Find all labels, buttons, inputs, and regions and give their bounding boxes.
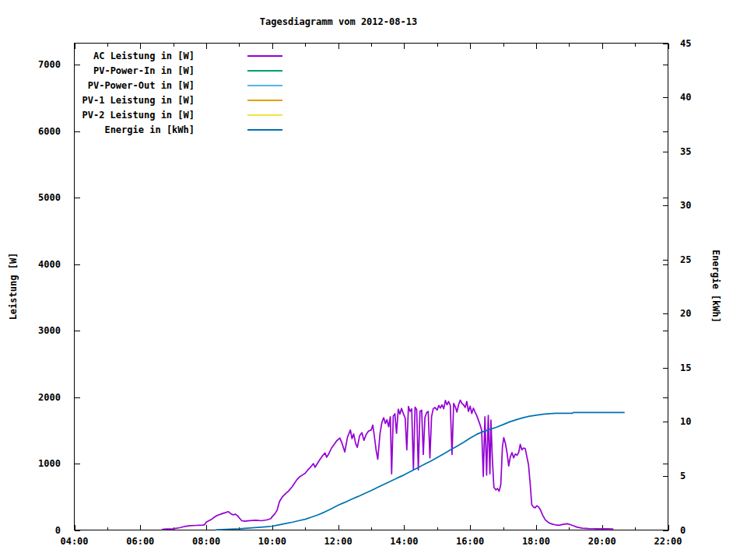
y2-axis-tick-label: 40 — [680, 92, 691, 103]
legend-line-swatch — [247, 70, 282, 72]
y2-axis-tick-label: 5 — [680, 471, 686, 481]
x-axis-tick-label: 14:00 — [390, 536, 418, 547]
x-axis-tick-label: 04:00 — [60, 536, 88, 547]
legend-item: PV-Power-In in [W] — [0, 63, 282, 78]
y2-axis-tick-label: 15 — [680, 362, 691, 373]
y2-axis-tick-label: 20 — [680, 308, 691, 319]
y-axis-tick-label: 5000 — [38, 192, 61, 203]
x-axis-tick-label: 16:00 — [456, 536, 484, 547]
legend-line-swatch — [247, 100, 282, 101]
series-line-ac — [163, 401, 613, 530]
legend-item: Energie in [kWh] — [0, 122, 282, 137]
x-axis-tick-label: 08:00 — [192, 536, 220, 547]
legend-line-swatch — [247, 85, 282, 86]
chart-title: Tagesdiagramm vom 2012-08-13 — [0, 16, 677, 27]
y2-axis-tick-label: 30 — [680, 200, 691, 211]
y-axis-tick-label: 0 — [55, 525, 61, 536]
y-axis-tick-label: 4000 — [38, 259, 61, 270]
y2-axis-tick-label: 45 — [680, 38, 691, 49]
y-axis-tick-label: 3000 — [38, 325, 61, 336]
legend-item: PV-Power-Out in [W] — [0, 78, 282, 93]
x-axis-tick-label: 10:00 — [258, 536, 286, 547]
y2-axis-tick-label: 0 — [680, 525, 686, 536]
y2-axis-tick-label: 25 — [680, 254, 691, 265]
y2-axis-tick-label: 10 — [680, 416, 691, 427]
legend-label: Energie in [kWh] — [0, 124, 195, 135]
legend-item: PV-1 Leistung in [W] — [0, 93, 282, 107]
y-axis-title-right: Energie [kWh] — [710, 250, 721, 323]
chart-canvas: 04:0006:0008:0010:0012:0014:0016:0018:00… — [0, 0, 747, 560]
legend: AC Leistung in [W] PV-Power-In in [W] PV… — [0, 48, 282, 137]
legend-label: AC Leistung in [W] — [0, 51, 195, 61]
legend-line-swatch — [247, 114, 282, 116]
x-axis-tick-label: 06:00 — [126, 536, 154, 547]
legend-line-swatch — [247, 129, 282, 131]
legend-item: AC Leistung in [W] — [0, 48, 282, 63]
legend-label: PV-Power-In in [W] — [0, 65, 195, 76]
x-axis-tick-label: 22:00 — [654, 536, 682, 547]
x-axis-tick-label: 12:00 — [324, 536, 352, 547]
legend-item: PV-2 Leistung in [W] — [0, 107, 282, 122]
y-axis-tick-label: 2000 — [38, 392, 61, 403]
x-axis-tick-label: 20:00 — [588, 536, 616, 547]
x-axis-tick-label: 18:00 — [522, 536, 550, 547]
legend-label: PV-Power-Out in [W] — [0, 80, 195, 91]
legend-line-swatch — [247, 55, 282, 57]
legend-label: PV-2 Leistung in [W] — [0, 110, 195, 121]
y-axis-title-left: Leistung [W] — [8, 253, 19, 320]
legend-label: PV-1 Leistung in [W] — [0, 95, 195, 106]
y2-axis-tick-label: 35 — [680, 146, 691, 157]
series-line-energie — [216, 412, 624, 530]
y-axis-tick-label: 1000 — [38, 458, 61, 469]
